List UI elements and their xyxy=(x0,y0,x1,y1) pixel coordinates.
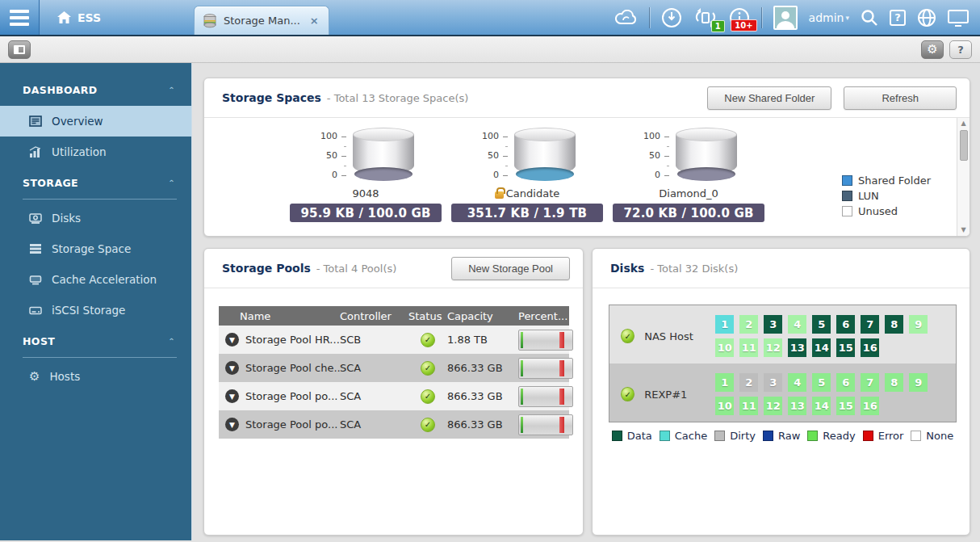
scroll-down-icon[interactable]: ▼ xyxy=(961,226,965,234)
disk-slot[interactable]: 16 xyxy=(861,338,879,357)
disk-slot[interactable]: 1 xyxy=(715,315,734,334)
scroll-up-icon[interactable]: ▲ xyxy=(961,120,965,128)
user-menu[interactable]: admin ▾ xyxy=(809,11,849,24)
bar-chart-icon xyxy=(29,146,42,158)
column-status[interactable]: Status xyxy=(408,310,447,322)
new-shared-folder-button[interactable]: New Shared Folder xyxy=(707,86,831,110)
disk-slot[interactable]: 9 xyxy=(909,315,928,334)
disk-slot[interactable]: 5 xyxy=(812,315,831,334)
sidebar-item-hosts[interactable]: ⚙ Hosts xyxy=(0,361,191,392)
notifications-icon[interactable]: 10+ xyxy=(729,7,750,28)
column-name[interactable]: Name xyxy=(219,310,340,322)
disk-slot[interactable]: 8 xyxy=(885,373,903,392)
disk-slot[interactable]: 3 xyxy=(764,315,782,334)
background-tasks-icon[interactable] xyxy=(661,7,682,28)
disk-slot[interactable]: 16 xyxy=(861,397,879,415)
disk-slot[interactable]: 15 xyxy=(836,338,855,357)
sidebar-section-storage[interactable]: STORAGE ⌃ xyxy=(0,167,191,199)
disk-slot[interactable]: 7 xyxy=(861,315,879,334)
threshold-marker xyxy=(559,389,564,405)
table-row[interactable]: ▼ Storage Pool po... SCA ✓ 866.33 GB xyxy=(219,382,569,410)
disk-slot[interactable]: 10 xyxy=(715,397,734,415)
tab-storage-manager[interactable]: Storage Man... × xyxy=(194,6,329,35)
storage-space-cylinder[interactable]: 100 50 0 9048 xyxy=(285,128,446,236)
toggle-sidebar-button[interactable] xyxy=(8,40,31,59)
disk-slot[interactable]: 7 xyxy=(861,373,879,392)
storage-space-cylinder[interactable]: 100 50 0 Diamond_0 xyxy=(608,128,769,236)
disk-slot[interactable]: 12 xyxy=(764,397,782,415)
cylinder-fill xyxy=(516,167,574,181)
sidebar-item-disks[interactable]: Disks xyxy=(0,203,191,233)
cylinder-graphic xyxy=(514,128,576,181)
disk-slot[interactable]: 2 xyxy=(739,373,758,392)
sidebar-item-iscsi-storage[interactable]: iSCSI Storage xyxy=(0,295,191,326)
disk-slot[interactable]: 10 xyxy=(715,338,734,357)
expand-row-icon[interactable]: ▼ xyxy=(225,389,239,403)
pool-capacity: 1.88 TB xyxy=(447,334,518,346)
disk-slot[interactable]: 15 xyxy=(836,397,855,415)
legend-swatch-dirty xyxy=(714,431,725,441)
enclosure-name: REXP#1 xyxy=(644,389,715,401)
chevron-up-icon: ⌃ xyxy=(168,179,175,187)
sidebar-item-storage-space[interactable]: Storage Space xyxy=(0,233,191,264)
username-label: admin xyxy=(809,11,844,24)
column-percent[interactable]: Percent... xyxy=(518,310,569,322)
disk-slot[interactable]: 4 xyxy=(788,315,806,334)
storage-pools-panel: Storage Pools - Total 4 Pool(s) New Stor… xyxy=(203,248,584,536)
panel-help-button[interactable]: ? xyxy=(949,40,972,59)
tab-close-icon[interactable]: × xyxy=(310,15,319,27)
table-row[interactable]: ▼ Storage Pool HR... SCB ✓ 1.88 TB xyxy=(219,326,569,354)
storage-space-name: Candidate xyxy=(495,187,559,200)
desktop-icon[interactable] xyxy=(948,9,969,27)
disk-slot[interactable]: 13 xyxy=(788,338,806,357)
disk-slot[interactable]: 5 xyxy=(812,373,831,392)
column-capacity[interactable]: Capacity xyxy=(447,310,518,322)
table-row[interactable]: ▼ Storage Pool che... SCA ✓ 866.33 GB xyxy=(219,354,569,382)
home-button[interactable]: ESS xyxy=(57,11,101,24)
disk-slot[interactable]: 12 xyxy=(764,338,782,357)
legend-swatch-shared-folder xyxy=(842,175,852,186)
sidebar-section-dashboard[interactable]: DASHBOARD ⌃ xyxy=(0,74,191,106)
expand-row-icon[interactable]: ▼ xyxy=(225,333,239,347)
user-avatar[interactable] xyxy=(773,6,798,30)
disk-slot[interactable]: 3 xyxy=(764,373,782,392)
disk-slot[interactable]: 4 xyxy=(788,373,806,392)
sidebar-item-overview[interactable]: Overview xyxy=(0,106,191,137)
chevron-up-icon: ⌃ xyxy=(168,337,175,346)
expand-row-icon[interactable]: ▼ xyxy=(225,361,239,375)
disk-slot[interactable]: 14 xyxy=(812,338,831,357)
disk-slot[interactable]: 14 xyxy=(812,397,831,415)
legend-swatch-data xyxy=(612,431,622,441)
disk-slot[interactable]: 6 xyxy=(836,373,855,392)
settings-button[interactable]: ⚙ xyxy=(921,40,944,59)
search-icon[interactable] xyxy=(861,9,878,27)
sub-toolbar: ⚙ ? xyxy=(0,36,980,63)
sidebar-section-host[interactable]: HOST ⌃ xyxy=(0,326,191,357)
refresh-button[interactable]: Refresh xyxy=(844,86,957,110)
disk-slot[interactable]: 13 xyxy=(788,397,806,415)
pool-name: Storage Pool po... xyxy=(245,390,337,402)
main-menu-button[interactable] xyxy=(0,0,40,35)
sidebar-item-utilization[interactable]: Utilization xyxy=(0,137,191,167)
scrollbar-thumb[interactable] xyxy=(960,130,968,161)
new-storage-pool-button[interactable]: New Storage Pool xyxy=(451,257,570,280)
language-globe-icon[interactable] xyxy=(917,8,936,27)
vertical-scrollbar[interactable]: ▲ ▼ xyxy=(957,118,970,236)
expand-row-icon[interactable]: ▼ xyxy=(225,418,239,431)
column-controller[interactable]: Controller xyxy=(340,310,408,322)
cloud-icon[interactable] xyxy=(615,10,638,25)
disk-slot[interactable]: 6 xyxy=(836,315,855,334)
sidebar-item-cache-acceleration[interactable]: Cache Acceleration xyxy=(0,264,191,295)
table-row[interactable]: ▼ Storage Pool po... SCA ✓ 866.33 GB xyxy=(219,410,569,439)
disk-slot[interactable]: 11 xyxy=(739,397,758,415)
disk-slot[interactable]: 11 xyxy=(739,338,758,357)
disk-slot[interactable]: 1 xyxy=(715,373,734,392)
help-icon[interactable]: ? xyxy=(890,10,906,26)
disk-slot[interactable]: 2 xyxy=(739,315,758,334)
storage-space-cylinder[interactable]: 100 50 0 Ca xyxy=(446,128,608,236)
device-sync-icon[interactable]: 1 xyxy=(693,6,718,29)
sidebar-item-label: Storage Space xyxy=(52,242,131,255)
disk-slot[interactable]: 8 xyxy=(885,315,903,334)
disk-slot[interactable]: 9 xyxy=(909,373,928,392)
separator xyxy=(761,7,762,28)
